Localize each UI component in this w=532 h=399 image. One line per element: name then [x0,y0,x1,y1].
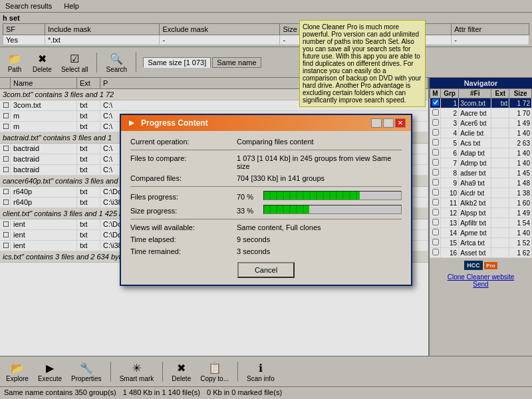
files-progress-stripes [264,192,360,200]
files-progress-row: Files progress: 70 % [130,191,402,201]
time-elapsed-row: Time elapsed: 9 seconds [130,235,402,243]
time-elapsed-label: Time elapsed: [130,235,237,243]
current-op-row: Current operation: Comparing files conte… [130,138,402,146]
main-window: Search results Help h set SF Include mas… [0,0,532,398]
dialog-sep-3 [130,219,402,219]
size-progress-pct: 33 % [237,207,263,215]
size-progress-fill [264,205,309,213]
compared-files-value: 704 [330 Kb] in 141 groups [237,174,402,182]
cancel-button[interactable]: Cancel [237,262,295,278]
modal-overlay: ▶ Progress Content _ □ ✕ Current operati… [0,0,532,399]
files-compare-row: Files to compare: 1 073 [1 014 Kb] in 24… [130,154,402,170]
views-row: Views will available: Same content, Full… [130,223,402,231]
files-progress-label: Files progress: [130,193,237,201]
files-compare-label: Files to compare: [130,154,237,162]
dialog-title-text: Progress Content [141,118,208,128]
dialog-sep-1 [130,150,402,150]
files-progress-pct: 70 % [237,193,263,201]
compared-files-label: Compared files: [130,174,237,182]
time-remained-row: Time remained: 3 seconds [130,247,402,255]
dialog-title-buttons: _ □ ✕ [371,118,406,128]
current-op-label: Current operation: [130,138,237,146]
dialog-title-bar: ▶ Progress Content _ □ ✕ [121,115,411,131]
files-progress-fill [264,192,360,200]
dialog-minimize-btn[interactable]: _ [371,118,382,128]
current-op-value: Comparing files content [237,138,402,146]
views-value: Same content, Full clones [237,223,402,231]
size-progress-bar [263,205,402,214]
dialog-title-left: ▶ Progress Content [126,118,208,128]
time-elapsed-value: 9 seconds [237,235,402,243]
size-progress-row: Size progress: 33 % [130,205,402,215]
dialog-sep-2 [130,186,402,187]
dialog-maximize-btn[interactable]: □ [383,118,394,128]
cancel-row: Cancel [130,262,402,278]
time-remained-label: Time remained: [130,247,237,255]
views-label: Views will available: [130,223,237,231]
size-progress-label: Size progress: [130,207,237,215]
files-compare-value: 1 073 [1 014 Kb] in 245 groups from view… [237,154,402,170]
compared-files-row: Compared files: 704 [330 Kb] in 141 grou… [130,174,402,182]
dialog-content: Current operation: Comparing files conte… [121,131,411,285]
time-remained-value: 3 seconds [237,247,402,255]
size-progress-stripes [264,205,309,213]
dialog-close-btn[interactable]: ✕ [395,118,406,128]
progress-dialog: ▶ Progress Content _ □ ✕ Current operati… [120,114,412,286]
files-progress-bar [263,191,402,200]
dialog-title-icon: ▶ [126,118,137,128]
